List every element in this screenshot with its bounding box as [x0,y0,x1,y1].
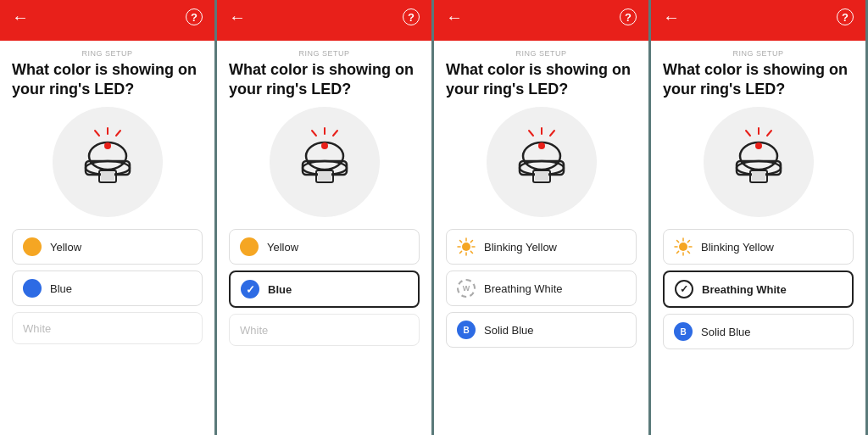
ring-image-2 [270,107,380,217]
options-list-3: Blinking Yellow W Breathing White B Soli… [446,229,637,427]
svg-line-51 [687,251,689,253]
svg-line-50 [677,241,679,243]
ring-illustration-3 [504,124,580,200]
help-button-2[interactable]: ? [403,8,420,25]
ring-image-3 [487,107,597,217]
sun-icon-4 [674,237,693,256]
svg-line-20 [529,131,533,136]
question-2: What color is showing on your ring's LED… [229,60,420,98]
svg-rect-17 [318,172,331,181]
option-blue-2[interactable]: ✓ Blue [229,270,420,308]
svg-line-11 [312,131,316,136]
header-3: ← ? [434,0,648,41]
options-list-4: Blinking Yellow ✓ Breathing White B Soli… [663,229,854,427]
ring-setup-label-3: RING SETUP [446,49,637,58]
sun-icon-3 [457,237,476,256]
svg-line-35 [460,251,462,253]
option-solid-blue-4[interactable]: B Solid Blue [663,314,854,349]
blinking-yellow-label-3: Blinking Yellow [484,241,557,254]
yellow-dot-1 [23,237,42,256]
ring-setup-label-1: RING SETUP [12,49,203,58]
breathing-white-label-3: Breathing White [484,282,563,295]
option-breathing-white-3[interactable]: W Breathing White [446,270,637,306]
yellow-label-1: Yellow [50,241,81,254]
solid-blue-icon-4: B [674,322,693,341]
back-button-2[interactable]: ← [229,8,246,25]
breathing-white-label-4: Breathing White [702,283,787,296]
header-2: ← ? [217,0,431,41]
svg-point-24 [538,142,545,149]
svg-point-6 [104,142,111,149]
screen-2: ← ? RING SETUP What color is showing on … [217,0,434,435]
back-button-3[interactable]: ← [446,8,463,25]
option-blinking-yellow-3[interactable]: Blinking Yellow [446,229,637,265]
svg-line-38 [746,131,750,136]
svg-line-53 [677,251,679,253]
ring-image-4 [704,107,814,217]
svg-line-33 [470,251,472,253]
content-3: RING SETUP What color is showing on your… [434,41,648,435]
option-blue-1[interactable]: Blue [12,270,203,306]
help-button-4[interactable]: ? [837,8,854,25]
yellow-dot-2 [240,237,259,256]
option-white-2[interactable]: White [229,314,420,346]
svg-line-1 [116,131,120,136]
header-1: ← ? [0,0,214,41]
ring-illustration-1 [70,124,146,200]
blue-label-2: Blue [268,283,292,296]
svg-point-45 [679,243,687,251]
solid-blue-label-4: Solid Blue [701,326,751,338]
question-3: What color is showing on your ring's LED… [446,60,637,98]
help-button-1[interactable]: ? [186,8,203,25]
blue-check-dot-2: ✓ [241,280,259,298]
svg-point-42 [755,142,762,149]
content-1: RING SETUP What color is showing on your… [0,41,214,435]
content-4: RING SETUP What color is showing on your… [651,41,865,435]
back-button-1[interactable]: ← [12,8,29,25]
solid-blue-icon-3: B [457,321,476,339]
svg-line-37 [767,131,771,136]
blue-dot-1 [23,279,42,298]
option-breathing-white-4[interactable]: ✓ Breathing White [663,270,854,308]
option-white-1[interactable]: White [12,312,203,344]
yellow-label-2: Yellow [267,241,298,254]
ring-setup-label-4: RING SETUP [663,49,854,58]
svg-line-2 [95,131,99,136]
svg-line-10 [333,131,337,136]
screen-4: ← ? RING SETUP What color is showing on … [651,0,868,435]
blinking-yellow-label-4: Blinking Yellow [701,241,774,254]
help-button-3[interactable]: ? [620,8,637,25]
option-solid-blue-3[interactable]: B Solid Blue [446,312,637,348]
svg-rect-44 [752,172,765,181]
ring-illustration-2 [287,124,363,200]
option-yellow-2[interactable]: Yellow [229,229,420,265]
svg-line-34 [470,241,472,243]
svg-line-52 [687,241,689,243]
ring-illustration-4 [721,124,797,200]
ring-setup-label-2: RING SETUP [229,49,420,58]
ring-image-1 [53,107,163,217]
options-list-2: Yellow ✓ Blue White [229,229,420,427]
question-4: What color is showing on your ring's LED… [663,60,854,98]
options-list-1: Yellow Blue White [12,229,203,427]
question-1: What color is showing on your ring's LED… [12,60,203,98]
solid-blue-label-3: Solid Blue [484,324,534,337]
white-label-2: White [240,324,268,337]
blue-label-1: Blue [50,282,72,295]
svg-rect-8 [101,172,114,181]
svg-rect-26 [535,172,548,181]
screen-3: ← ? RING SETUP What color is showing on … [434,0,651,435]
check-circle-icon-4: ✓ [675,280,693,298]
option-yellow-1[interactable]: Yellow [12,229,203,265]
back-button-4[interactable]: ← [663,8,680,25]
svg-point-27 [462,243,470,251]
screen-1: ← ? RING SETUP What color is showing on … [0,0,217,435]
svg-line-19 [550,131,554,136]
header-4: ← ? [651,0,865,41]
breathing-white-icon-3: W [457,279,476,298]
option-blinking-yellow-4[interactable]: Blinking Yellow [663,229,854,265]
content-2: RING SETUP What color is showing on your… [217,41,431,435]
svg-line-32 [460,241,462,243]
white-label-1: White [23,322,51,335]
svg-point-15 [321,142,328,149]
